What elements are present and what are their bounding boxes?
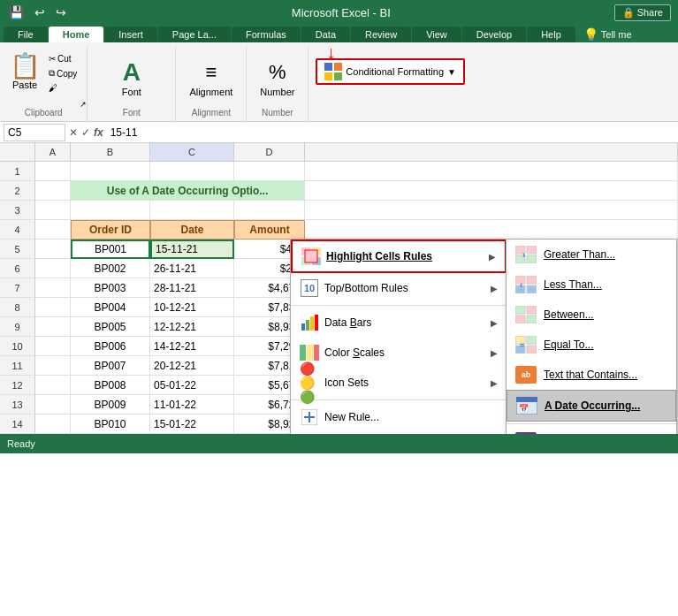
text-contains-item[interactable]: ab Text that Contains... [507,360,676,390]
undo-btn[interactable]: ↩ [33,5,47,19]
cell-a5[interactable] [35,240,71,259]
row-header-9[interactable]: 9 [0,317,35,337]
share-btn[interactable]: 🔒 Share [614,4,671,21]
greater-than-item[interactable]: › Greater Than... [507,240,676,270]
cell-b13[interactable]: BP009 [71,395,150,414]
tab-help[interactable]: Help [527,27,575,42]
cell-c9[interactable]: 12-12-21 [150,317,234,337]
cell-a12[interactable] [35,376,71,395]
cell-c5[interactable]: 15-11-21 [150,240,234,259]
clipboard-expand-icon[interactable]: ↗ [80,100,87,109]
tab-view[interactable]: View [412,27,461,42]
row-header-2[interactable]: 2 [0,181,35,201]
row-header-11[interactable]: 11 [0,356,35,376]
less-than-item[interactable]: ‹ Less Than... [507,270,676,300]
tab-home[interactable]: Home [49,27,104,42]
row-header-5[interactable]: 5 [0,240,35,259]
tab-insert[interactable]: Insert [104,27,157,42]
cell-b5[interactable]: BP001 [71,240,150,259]
row-header-6[interactable]: 6 [0,259,35,278]
highlight-cells-rules-item[interactable]: Highlight Cells Rules ▶ [291,240,507,273]
paste-button[interactable]: 📋 Paste [7,49,42,92]
tab-develop[interactable]: Develop [462,27,526,42]
tab-data[interactable]: Data [301,27,350,42]
copy-button[interactable]: ⧉ Copy [46,67,80,80]
row-header-8[interactable]: 8 [0,298,35,317]
cell-b1[interactable] [71,162,150,181]
row-header-10[interactable]: 10 [0,337,35,356]
row-header-4[interactable]: 4 [0,220,35,240]
tab-file[interactable]: File [4,27,48,42]
duplicate-values-item[interactable]: DUP Duplicate Values... [507,426,676,434]
cut-button[interactable]: ✂ Cut [46,53,80,65]
cell-date-header[interactable]: Date [150,220,234,240]
font-button[interactable]: A Font [114,49,149,106]
new-rule-item[interactable]: New Rule... [291,402,507,432]
format-painter-button[interactable]: 🖌 [46,82,80,94]
row-header-14[interactable]: 14 [0,414,35,434]
cell-b8[interactable]: BP004 [71,298,150,317]
col-header-b[interactable]: B [71,143,150,161]
alignment-button[interactable]: ≡ Alignment [186,49,236,106]
cell-a7[interactable] [35,278,71,298]
cell-a3[interactable] [35,201,71,220]
clear-rules-item[interactable]: Clear Rules ▶ [291,432,507,434]
data-bars-item[interactable]: Data Bars ▶ [291,308,507,338]
cell-b10[interactable]: BP006 [71,337,150,356]
row-header-1[interactable]: 1 [0,162,35,181]
cell-c1[interactable] [150,162,234,181]
tellme-label[interactable]: Tell me [601,29,632,40]
tab-review[interactable]: Review [351,27,411,42]
redo-btn[interactable]: ↪ [54,5,68,19]
cell-a4[interactable] [35,220,71,240]
cell-c14[interactable]: 15-01-22 [150,414,234,434]
row-header-3[interactable]: 3 [0,201,35,220]
cell-c11[interactable]: 20-12-21 [150,356,234,376]
confirm-formula-icon[interactable]: ✓ [81,126,90,139]
tab-pagelayout[interactable]: Page La... [158,27,231,42]
insert-function-icon[interactable]: fx [94,126,103,139]
col-header-a[interactable]: A [35,143,71,161]
color-scales-item[interactable]: Color Scales ▶ [291,338,507,368]
top-bottom-rules-item[interactable]: 10 Top/Bottom Rules ▶ [291,273,507,303]
name-box[interactable] [4,124,65,141]
row-header-12[interactable]: 12 [0,376,35,395]
between-item[interactable]: Between... [507,300,676,330]
cell-d1[interactable] [234,162,305,181]
cell-a1[interactable] [35,162,71,181]
cell-c8[interactable]: 10-12-21 [150,298,234,317]
conditional-formatting-button[interactable]: Conditional Formatting ▼ [316,58,465,85]
cell-a2[interactable] [35,181,71,201]
cancel-formula-icon[interactable]: ✕ [69,126,78,139]
cell-b14[interactable]: BP010 [71,414,150,434]
cell-b9[interactable]: BP005 [71,317,150,337]
cell-b12[interactable]: BP008 [71,376,150,395]
formula-input[interactable] [107,126,674,139]
cell-a11[interactable] [35,356,71,376]
cell-c13[interactable]: 11-01-22 [150,395,234,414]
cell-title[interactable]: Use of A Date Occurring Optio... [71,181,305,201]
tab-formulas[interactable]: Formulas [232,27,301,42]
icon-sets-item[interactable]: 🔴🟡🟢 Icon Sets ▶ [291,368,507,398]
cell-c6[interactable]: 26-11-21 [150,259,234,278]
cell-b11[interactable]: BP007 [71,356,150,376]
cell-b6[interactable]: BP002 [71,259,150,278]
cell-orderid-header[interactable]: Order ID [71,220,150,240]
equal-to-item[interactable]: = Equal To... [507,330,676,360]
row-header-13[interactable]: 13 [0,395,35,414]
col-header-c[interactable]: C [150,143,234,161]
cell-c3[interactable] [150,201,234,220]
cell-c10[interactable]: 14-12-21 [150,337,234,356]
cell-a13[interactable] [35,395,71,414]
row-header-7[interactable]: 7 [0,278,35,298]
save-btn[interactable]: 💾 [7,5,26,19]
col-header-d[interactable]: D [234,143,305,161]
cell-c7[interactable]: 28-11-21 [150,278,234,298]
cell-a6[interactable] [35,259,71,278]
cell-b7[interactable]: BP003 [71,278,150,298]
cell-a9[interactable] [35,317,71,337]
cell-a14[interactable] [35,414,71,434]
cell-a8[interactable] [35,298,71,317]
cell-c12[interactable]: 05-01-22 [150,376,234,395]
cell-a10[interactable] [35,337,71,356]
